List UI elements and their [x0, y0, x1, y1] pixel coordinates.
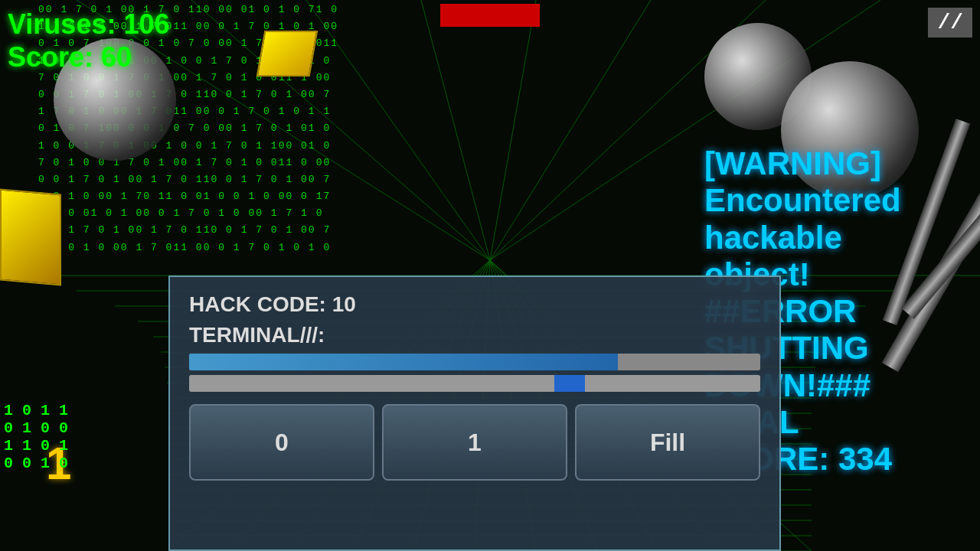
- hack-code-label: HACK CODE: 10: [189, 292, 760, 317]
- warning-line2: Encountered: [704, 182, 965, 219]
- progress-bar-fill-1: [189, 354, 618, 370]
- yellow-cube-top: [256, 31, 318, 77]
- yellow-cube-left: [0, 189, 61, 286]
- progress-bar-2: [189, 375, 760, 392]
- score-counter: Score: 60: [8, 41, 169, 73]
- terminal-panel: HACK CODE: 10 TERMINAL///: 0 1 Fill: [168, 276, 781, 551]
- hud: Viruses: 106 Score: 60: [8, 8, 169, 73]
- button-0[interactable]: 0: [189, 404, 374, 481]
- top-right-icon: //: [928, 8, 972, 37]
- progress-bar-1: [189, 354, 760, 370]
- warning-line3: hackable: [704, 220, 965, 256]
- button-1[interactable]: 1: [382, 404, 567, 481]
- progress-indicator: [554, 375, 585, 392]
- red-bar: [440, 4, 540, 27]
- game-background: 00 1 7 0 1 00 1 7 0 110 00 01 0 1 0 71 0…: [0, 0, 980, 551]
- terminal-label: TERMINAL///:: [189, 323, 760, 347]
- button-fill[interactable]: Fill: [575, 404, 760, 481]
- buttons-row: 0 1 Fill: [189, 404, 760, 481]
- green-numbers-bottom: 1 0 1 1 0 1 0 0 1 1 0 1 0 0 1 0: [0, 398, 168, 551]
- viruses-counter: Viruses: 106: [8, 8, 169, 41]
- warning-line1: [WARNING]: [704, 145, 965, 182]
